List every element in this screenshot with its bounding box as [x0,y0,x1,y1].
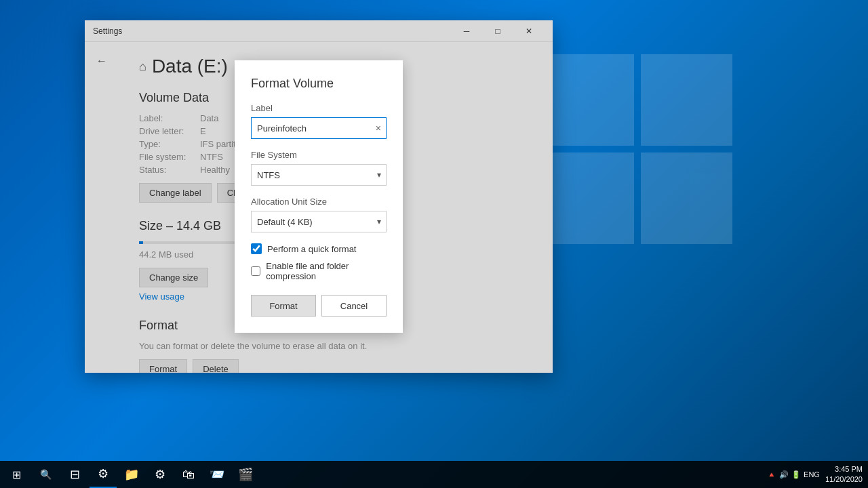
win-tile-3 [542,152,634,244]
dialog-format-button[interactable]: Format [251,295,316,317]
clock-time: 3:45 PM [825,464,863,474]
taskbar-app-mail[interactable]: 📨 [203,461,231,488]
taskbar-app-store[interactable]: 🛍 [175,461,202,488]
compression-row: Enable file and folder compression [251,261,387,281]
quick-format-row: Perform a quick format [251,243,387,254]
system-clock: 3:45 PM 11/20/2020 [825,464,863,485]
volume-icon: 🔊 [779,470,789,479]
taskbar-app-edge[interactable]: ⚙ [90,461,117,488]
compression-checkbox[interactable] [251,266,260,277]
settings-window: Settings ─ □ ✕ ← ⌂ Data (E:) Volume Data… [85,20,553,373]
win-tile-2 [641,54,732,146]
label-field-label: Label [251,103,387,113]
fs-select-wrapper: NTFS FAT32 exFAT ReFS ▾ [251,164,387,186]
compression-label[interactable]: Enable file and folder compression [266,261,387,281]
win-tile-1 [542,54,634,146]
network-icon: 🔺 [767,470,776,479]
quick-format-label[interactable]: Perform a quick format [267,244,357,254]
taskbar-right: 🔺 🔊 🔋 ENG 3:45 PM 11/20/2020 [767,464,868,485]
alloc-select[interactable]: Default (4 KB) 512 1024 2048 4096 8192 [251,211,387,232]
alloc-select-wrapper: Default (4 KB) 512 1024 2048 4096 8192 ▾ [251,211,387,232]
dialog-cancel-button[interactable]: Cancel [321,295,387,317]
lang-indicator: ENG [804,470,820,479]
fs-form-group: File System NTFS FAT32 exFAT ReFS ▾ [251,150,387,186]
label-clear-button[interactable]: × [376,123,381,134]
windows-logo [542,54,732,244]
label-input-wrapper: × [251,117,387,139]
win-tile-4 [641,152,732,244]
fs-select[interactable]: NTFS FAT32 exFAT ReFS [251,164,387,186]
quick-format-checkbox[interactable] [251,243,262,254]
dialog-overlay: Format Volume Label × File System NTFS F… [85,20,553,373]
taskbar-app-taskview[interactable]: ⊟ [61,461,88,488]
taskbar-app-settings[interactable]: ⚙ [146,461,174,488]
start-button[interactable]: ⊞ [0,461,33,488]
dialog-actions: Format Cancel [251,295,387,317]
taskbar-app-explorer[interactable]: 📁 [118,461,145,488]
taskbar-app-terminal[interactable]: 🎬 [232,461,259,488]
battery-icon: 🔋 [791,470,801,479]
taskbar: ⊞ 🔍 ⊟ ⚙ 📁 ⚙ 🛍 📨 🎬 🔺 🔊 🔋 ENG 3:45 PM 11/2… [0,461,868,488]
clock-date: 11/20/2020 [825,474,863,485]
system-tray-icons: 🔺 🔊 🔋 ENG [767,470,820,479]
taskbar-pinned-apps: ⊟ ⚙ 📁 ⚙ 🛍 📨 🎬 [61,461,259,488]
alloc-field-label: Allocation Unit Size [251,197,387,207]
label-input[interactable] [251,117,387,139]
dialog-title: Format Volume [251,77,387,91]
label-form-group: Label × [251,103,387,139]
fs-field-label: File System [251,150,387,160]
format-volume-dialog: Format Volume Label × File System NTFS F… [235,60,403,333]
alloc-form-group: Allocation Unit Size Default (4 KB) 512 … [251,197,387,232]
search-button[interactable]: 🔍 [33,461,58,488]
